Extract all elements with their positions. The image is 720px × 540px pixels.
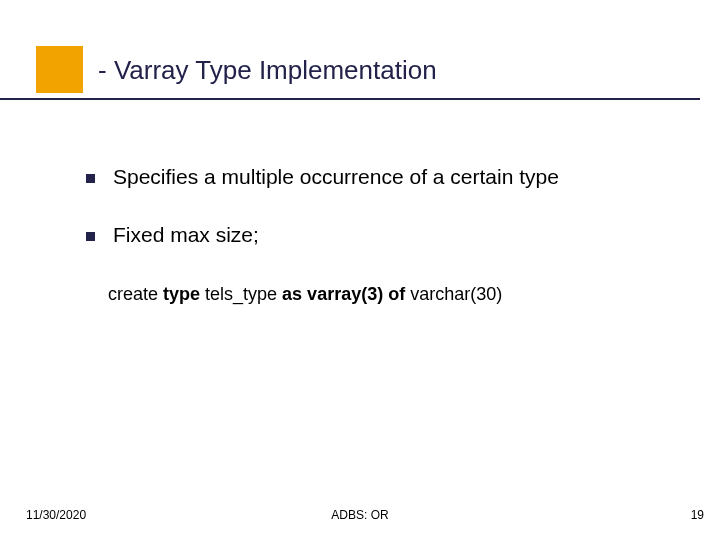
square-bullet-icon [86,232,95,241]
bullet-item: Fixed max size; [86,223,259,247]
footer-label: ADBS: OR [0,508,720,522]
square-bullet-icon [86,174,95,183]
code-example: create type tels_type as varray(3) of va… [108,284,502,305]
bullet-text: Fixed max size; [113,223,259,247]
code-token: varchar(30) [410,284,502,304]
bullet-text: Specifies a multiple occurrence of a cer… [113,165,559,189]
slide-title: - Varray Type Implementation [98,55,437,86]
slide-number: 19 [691,508,704,522]
code-token: tels_type [205,284,282,304]
code-keyword: type [163,284,205,304]
slide: - Varray Type Implementation Specifies a… [0,0,720,540]
accent-square [36,46,83,93]
bullet-item: Specifies a multiple occurrence of a cer… [86,165,559,189]
code-token: create [108,284,163,304]
title-underline [0,98,700,100]
code-keyword: as varray(3) of [282,284,410,304]
